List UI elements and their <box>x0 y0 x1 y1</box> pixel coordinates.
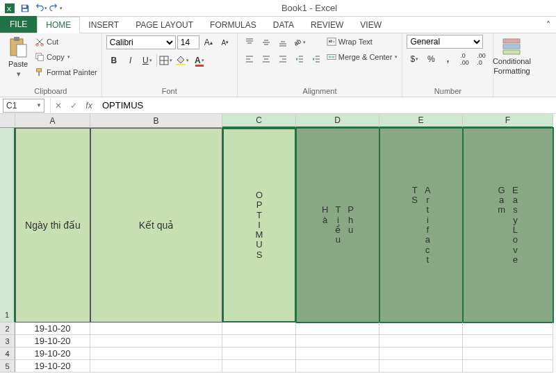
cell[interactable] <box>90 335 222 348</box>
col-head-b[interactable]: B <box>90 114 222 128</box>
app-title: Book1 - Excel <box>63 3 556 13</box>
increase-indent-icon[interactable] <box>309 51 324 67</box>
cell[interactable] <box>90 322 222 335</box>
row-head[interactable]: 5 <box>0 360 15 373</box>
paste-button[interactable]: Paste▾ <box>4 35 32 80</box>
cell[interactable] <box>222 335 296 348</box>
conditional-formatting-button[interactable]: Conditional Formatting <box>498 35 525 76</box>
decrease-font-icon[interactable]: A▾ <box>218 35 233 50</box>
decrease-decimal-icon[interactable]: .00.0 <box>473 51 489 67</box>
cell[interactable]: 19-10-20 <box>15 348 90 360</box>
svg-rect-2 <box>23 5 26 8</box>
formula-input[interactable] <box>97 99 556 113</box>
cell-c1[interactable]: OPTIMUS <box>222 128 296 322</box>
row-head[interactable]: 4 <box>0 348 15 360</box>
cell[interactable] <box>296 348 379 360</box>
cell[interactable] <box>222 360 296 373</box>
cell[interactable] <box>379 335 463 348</box>
decrease-indent-icon[interactable] <box>292 51 307 67</box>
align-bottom-icon[interactable] <box>275 35 291 50</box>
tab-data[interactable]: DATA <box>265 17 302 33</box>
cell-b1[interactable]: Kết quả <box>90 128 222 322</box>
tab-view[interactable]: VIEW <box>352 17 390 33</box>
merge-center-button[interactable]: Merge & Center▾ <box>327 50 398 64</box>
align-right-icon[interactable] <box>275 51 291 67</box>
col-head-e[interactable]: E <box>379 114 463 128</box>
cell[interactable] <box>90 360 222 373</box>
cell[interactable] <box>463 322 553 335</box>
cut-button[interactable]: Cut <box>35 35 97 49</box>
cell[interactable] <box>379 322 463 335</box>
cancel-formula-icon[interactable]: ✕ <box>51 98 66 113</box>
cell[interactable] <box>463 360 553 373</box>
cell-d1[interactable]: HàTiềuPhu <box>296 128 379 322</box>
cell-f1[interactable]: GamEasyLove <box>463 128 553 322</box>
wrap-text-button[interactable]: abWrap Text <box>327 35 398 49</box>
percent-format-icon[interactable]: % <box>423 51 439 67</box>
cell[interactable] <box>222 348 296 360</box>
cell[interactable] <box>463 335 553 348</box>
col-head-d[interactable]: D <box>296 114 379 128</box>
cell[interactable]: 19-10-20 <box>15 360 90 373</box>
group-alignment-label: Alignment <box>242 85 398 97</box>
orientation-icon[interactable]: ab▾ <box>292 35 307 50</box>
select-all-corner[interactable] <box>0 114 15 128</box>
cell[interactable] <box>90 348 222 360</box>
font-size-input[interactable] <box>177 35 199 49</box>
insert-function-icon[interactable]: fx <box>81 98 97 113</box>
save-icon[interactable] <box>18 1 32 15</box>
cell[interactable] <box>379 348 463 360</box>
cell[interactable] <box>296 322 379 335</box>
tab-insert[interactable]: INSERT <box>80 17 127 33</box>
row-head-1[interactable]: 1 <box>0 128 15 322</box>
svg-rect-11 <box>37 69 42 72</box>
cell[interactable] <box>296 335 379 348</box>
cell[interactable]: 19-10-20 <box>15 322 90 335</box>
font-color-button[interactable]: A▾ <box>192 53 207 68</box>
cell[interactable] <box>296 360 379 373</box>
format-painter-button[interactable]: Format Painter <box>35 65 97 79</box>
tab-formulas[interactable]: FORMULAS <box>202 17 265 33</box>
number-format-select[interactable]: General <box>407 35 483 49</box>
col-head-a[interactable]: A <box>15 114 90 128</box>
font-name-select[interactable]: Calibri <box>106 35 176 49</box>
undo-icon[interactable]: ▾ <box>33 1 47 15</box>
tab-page-layout[interactable]: PAGE LAYOUT <box>127 17 202 33</box>
align-left-icon[interactable] <box>242 51 257 67</box>
svg-text:ab: ab <box>293 38 302 47</box>
col-head-c[interactable]: C <box>222 114 296 128</box>
cell[interactable]: 19-10-20 <box>15 335 90 348</box>
redo-icon[interactable]: ▾ <box>49 1 63 15</box>
italic-button[interactable]: I <box>123 53 138 68</box>
tab-home[interactable]: HOME <box>37 17 80 33</box>
cell[interactable] <box>463 348 553 360</box>
comma-format-icon[interactable]: , <box>440 51 455 67</box>
svg-rect-16 <box>176 64 186 65</box>
border-button[interactable]: ▾ <box>158 53 174 68</box>
align-middle-icon[interactable] <box>259 35 274 50</box>
align-top-icon[interactable] <box>242 35 257 50</box>
accounting-format-icon[interactable]: $▾ <box>407 51 422 67</box>
increase-decimal-icon[interactable]: .0.00 <box>457 51 472 67</box>
row-head[interactable]: 3 <box>0 335 15 348</box>
tab-file[interactable]: FILE <box>0 16 37 33</box>
cell-a1[interactable]: Ngày thi đấu <box>15 128 90 322</box>
name-box[interactable]: C1▼ <box>3 99 44 113</box>
fill-color-button[interactable]: ▾ <box>175 53 190 68</box>
row-head[interactable]: 2 <box>0 322 15 335</box>
copy-button[interactable]: Copy▾ <box>35 50 97 64</box>
tab-review[interactable]: REVIEW <box>302 17 352 33</box>
col-head-f[interactable]: F <box>463 114 553 128</box>
enter-formula-icon[interactable]: ✓ <box>66 98 81 113</box>
bold-button[interactable]: B <box>106 53 122 68</box>
increase-font-icon[interactable]: A▴ <box>201 35 216 50</box>
collapse-ribbon-icon[interactable]: ˄ <box>541 17 556 33</box>
cell-e1[interactable]: TSArtifact <box>379 128 463 322</box>
excel-icon: X <box>3 1 17 15</box>
svg-rect-6 <box>17 44 26 57</box>
underline-button[interactable]: U▾ <box>140 53 155 68</box>
align-center-icon[interactable] <box>259 51 274 67</box>
svg-rect-45 <box>503 39 520 43</box>
cell[interactable] <box>379 360 463 373</box>
cell[interactable] <box>222 322 296 335</box>
